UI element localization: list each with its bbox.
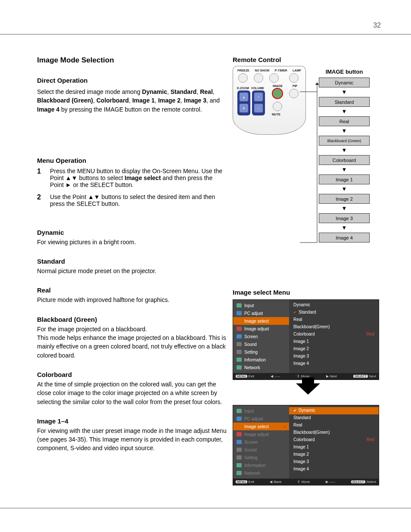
osd-menu-2: Input PC adjust Image select‹ Image adju… [233,405,379,485]
flow-arrow-icon: ▼ [342,167,347,173]
osd-right-item[interactable]: Image 3 [289,353,379,360]
mode-dynamic-body: For viewing pictures in a bright room. [37,238,227,246]
freeze-button[interactable] [238,73,248,83]
osd-right-item[interactable]: Standard [289,309,379,316]
osd-item-information[interactable]: Information [233,461,289,469]
volume-up-button[interactable]: + [254,92,263,102]
mode-real-title: Real [37,286,227,294]
flow-arrow-icon: ▼ [342,186,347,192]
mode-dynamic-title: Dynamic [37,229,227,236]
osd-right-item[interactable]: Blackboard(Green) [289,324,379,331]
osd-right-item[interactable]: Image 2 [289,345,379,353]
mode-image14-body: For viewing with the user preset image m… [37,426,227,453]
header-rule [0,34,411,35]
flow-box: Image 1 [319,174,370,184]
page-number: 32 [373,22,381,29]
flow-box: Image 3 [319,213,370,223]
osd-item-network[interactable]: Network [233,364,289,371]
pip-button[interactable] [289,89,299,98]
mode-standard-title: Standard [37,258,227,265]
down-arrow-icon [296,383,320,395]
osd-item-pcadjust[interactable]: PC adjust [233,415,289,423]
osd-right-item[interactable]: Standard [289,414,379,422]
osd-item-network[interactable]: Network [233,469,289,477]
osd-right-item[interactable]: Image 1 [289,444,379,451]
osd-item-sound[interactable]: Sound [233,340,289,348]
osd-right-item[interactable]: Image 4 [289,360,379,367]
flow-box: Image 2 [319,194,370,204]
osd-right-item[interactable]: Blackboard(Green) [289,429,379,436]
flow-box: Real [319,116,370,126]
osd-item-setting[interactable]: Setting [233,454,289,461]
osd-right-item[interactable]: Dynamic [289,302,379,309]
lamp-button[interactable] [289,73,299,83]
mode-standard-body: Normal picture mode preset on the projec… [37,267,227,275]
osd-item-information[interactable]: Information [233,356,289,364]
step-number: 2 [37,193,44,201]
image-label: IMAGE [273,84,283,87]
osd-right-item[interactable]: ColorboardRed [289,436,379,444]
osd-right-item[interactable]: Dynamic [289,407,379,414]
osd-item-screen[interactable]: Screen [233,438,289,446]
osd-right-item[interactable]: Image 2 [289,451,379,458]
osd-right-item[interactable]: ColorboardRed [289,331,379,338]
mute-label: MUTE [272,113,280,116]
dzoom-down-button[interactable]: ▼ [239,103,249,113]
mute-button[interactable] [273,102,282,111]
section-title: Image Mode Selection [37,56,227,65]
osd-right-item[interactable]: Image 3 [289,458,379,466]
flow-arrow-icon: ▼ [342,89,347,95]
flow-box: Blackboard (Green) [319,136,370,146]
mode-real-body: Picture mode with improved halftone for … [37,296,227,304]
volume-down-button[interactable]: − [254,103,263,113]
remote-control-title: Remote Control [233,56,383,63]
step-number: 1 [37,168,44,175]
osd-item-imageselect[interactable]: Image select‹ [233,423,289,430]
osd-item-imageadjust[interactable]: Image adjust [233,430,289,438]
flow-box: Standard [319,97,370,107]
mode-colorboard-body: At the time of simple projection on the … [37,380,227,406]
mode-blackboard-body: For the image projected on a blackboard.… [37,325,227,360]
osd-item-input[interactable]: Input [233,407,289,415]
footer-rule [0,508,411,508]
osd-item-input[interactable]: Input [233,302,289,309]
osd-right-item[interactable]: Image 4 [289,466,379,473]
osd-footer: MENUExit ◀ Back ⇕ Move ▶ ----- SELECT Se… [233,479,379,485]
ptimer-label: P-TIMER [275,69,287,72]
image-button[interactable] [273,89,282,98]
flow-box: Dynamic [319,78,370,87]
volume-label: VOLUME [251,87,264,90]
remote-illustration: FREEZE NO SHOW P-TIMER LAMP IMAGE PIP D.… [233,66,312,135]
flow-box: Colorboard [319,155,370,165]
flow-arrow-icon: ▼ [342,205,347,212]
osd-item-imageselect[interactable]: Image select› [233,317,289,325]
pip-label: PIP [293,84,297,87]
noshow-label: NO SHOW [255,69,269,72]
dzoom-up-button[interactable]: ▲ [239,92,249,102]
osd-item-sound[interactable]: Sound [233,446,289,454]
direct-operation-body: Select the desired image mode among Dyna… [37,87,227,114]
osd-item-screen[interactable]: Screen [233,333,289,340]
osd-item-setting[interactable]: Setting [233,348,289,356]
flow-connector [300,66,319,251]
flow-arrow-icon: ▼ [342,147,347,153]
osd-right-item[interactable]: Image 1 [289,338,379,345]
mode-image14-title: Image 1–4 [37,417,227,425]
osd-menu-1: Input PC adjust Image select› Image adju… [233,299,379,380]
osd-item-pcadjust[interactable]: PC adjust [233,309,289,317]
osd-right-item[interactable]: Real [289,422,379,429]
flow-arrow-icon: ▼ [342,128,347,134]
flow-arrow-icon: ▼ [342,225,347,231]
osd-item-imageadjust[interactable]: Image adjust [233,325,289,333]
osd-right-item[interactable]: Real [289,316,379,324]
image-mode-flow: IMAGE button Dynamic ▼ Standard ▼ Real ▼… [319,66,370,243]
dzoom-label: D.ZOOM [237,87,249,90]
noshow-button[interactable] [254,73,263,83]
ptimer-button[interactable] [269,73,279,83]
osd-title: Image select Menu [233,289,383,296]
mode-colorboard-title: Colorboard [37,371,227,378]
menu-operation-heading: Menu Operation [37,157,227,164]
step-2: 2 Use the Point ▲▼ buttons to select the… [37,193,227,207]
flow-arrow-icon: ▼ [342,109,347,115]
freeze-label: FREEZE [237,69,249,72]
